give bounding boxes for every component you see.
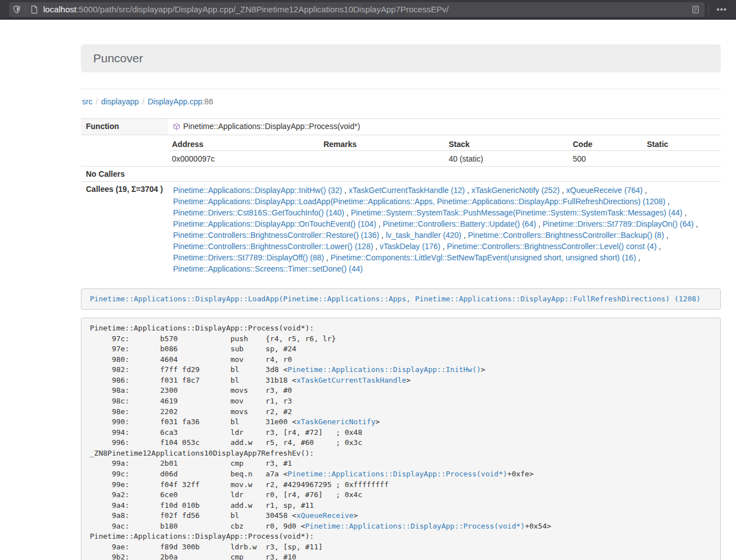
cube-icon <box>173 123 180 130</box>
function-table: Function Pinetime::Applications::Display… <box>81 118 721 277</box>
code-value: 500 <box>570 150 644 166</box>
col-code: Code <box>570 138 644 151</box>
callee-link[interactable]: Pinetime::Drivers::St7789::DisplayOn() (… <box>543 219 694 228</box>
function-label: Function <box>81 119 168 135</box>
callee-link[interactable]: lv_task_handler (420) <box>386 231 461 240</box>
callee-link[interactable]: xTaskGetCurrentTaskHandle (12) <box>349 186 465 195</box>
browser-toolbar: localhost:5000/path/src/displayapp/Displ… <box>0 0 736 20</box>
callees-label: Callees (19, Σ=3704 ) <box>81 181 168 277</box>
col-remarks: Remarks <box>321 138 446 151</box>
col-static: Static <box>644 138 721 151</box>
callee-link[interactable]: Pinetime::Applications::DisplayApp::Init… <box>173 186 342 195</box>
callee-link[interactable]: vTaskDelay (176) <box>380 242 440 251</box>
url-text[interactable]: localhost:5000/path/src/displayapp/Displ… <box>43 4 691 14</box>
breadcrumb-link[interactable]: src <box>82 97 93 106</box>
symbol-link[interactable]: Pinetime::Applications::DisplayApp::Init… <box>287 365 481 374</box>
function-name: Pinetime::Applications::DisplayApp::Proc… <box>183 122 360 131</box>
url-bar[interactable]: localhost:5000/path/src/displayapp/Displ… <box>9 2 705 17</box>
reader-mode-icon[interactable] <box>691 5 700 14</box>
callee-link[interactable]: Pinetime::Controllers::BrightnessControl… <box>173 242 373 251</box>
disassembly: Pinetime::Applications::DisplayApp::Proc… <box>81 318 721 560</box>
stack-value: 40 (static) <box>446 150 570 166</box>
breadcrumb: src / displayapp / DisplayApp.cpp:86 <box>81 96 721 107</box>
callee-link[interactable]: Pinetime::Drivers::St7789::DisplayOff() … <box>173 253 324 262</box>
callee-link[interactable]: Pinetime::Controllers::BrightnessControl… <box>468 231 664 240</box>
breadcrumb-line-number: :86 <box>202 97 213 106</box>
no-callers-row: No Callers <box>81 166 721 181</box>
divider <box>81 89 721 89</box>
function-row: Function Pinetime::Applications::Display… <box>81 119 721 135</box>
breadcrumb-separator: / <box>139 97 148 106</box>
app-header: Puncover <box>81 44 721 72</box>
static-value <box>644 150 721 166</box>
callee-link[interactable]: xQueueReceive (764) <box>566 186 643 195</box>
col-stack: Stack <box>446 138 570 151</box>
breadcrumb-separator: / <box>93 97 102 106</box>
address-value: 0x0000097c <box>169 150 321 166</box>
breadcrumb-link[interactable]: DisplayApp.cpp <box>148 97 202 106</box>
breadcrumb-link[interactable]: displayapp <box>101 97 139 106</box>
toolbar-divider <box>708 4 709 15</box>
remarks-value <box>321 150 446 166</box>
loadapp-link[interactable]: Pinetime::Applications::DisplayApp::Load… <box>90 295 701 303</box>
toolbar-divider <box>25 4 26 15</box>
callee-link[interactable]: Pinetime::Controllers::Battery::Update()… <box>383 219 536 228</box>
table-row: 0x0000097c 40 (static) 500 <box>169 150 721 166</box>
document-icon[interactable] <box>30 5 39 14</box>
url-host: localhost <box>43 4 76 14</box>
col-address: Address <box>169 138 321 151</box>
callee-link[interactable]: Pinetime::Applications::Screens::Timer::… <box>173 264 363 273</box>
shield-icon[interactable] <box>12 5 21 14</box>
callee-link[interactable]: Pinetime::Controllers::BrightnessControl… <box>173 231 379 240</box>
callee-link[interactable]: Pinetime::Applications::DisplayApp::OnTo… <box>173 219 376 228</box>
loadapp-box: Pinetime::Applications::DisplayApp::Load… <box>81 288 721 310</box>
callee-link[interactable]: Pinetime::Controllers::BrightnessControl… <box>447 242 656 251</box>
symbol-link[interactable]: xQueueReceive <box>296 511 354 520</box>
page-container: Puncover src / displayapp / DisplayApp.c… <box>81 20 721 560</box>
callees-list: Pinetime::Applications::DisplayApp::Init… <box>168 181 721 277</box>
symbol-link[interactable]: Pinetime::Applications::DisplayApp::Proc… <box>305 522 525 530</box>
no-callers-label: No Callers <box>81 166 721 181</box>
callee-link[interactable]: xTaskGenericNotify (252) <box>472 186 560 195</box>
callee-link[interactable]: Pinetime::System::SystemTask::PushMessag… <box>351 208 683 217</box>
symbol-link[interactable]: Pinetime::Applications::DisplayApp::Proc… <box>287 470 507 478</box>
url-path: :5000/path/src/displayapp/DisplayApp.cpp… <box>76 4 449 14</box>
details-row: Address Remarks Stack Code Static 0x0000… <box>81 135 721 166</box>
page-title: Puncover <box>93 52 708 65</box>
callee-link[interactable]: Pinetime::Drivers::Cst816S::GetTouchInfo… <box>173 208 344 217</box>
callee-link[interactable]: Pinetime::Applications::DisplayApp::Load… <box>173 197 665 206</box>
details-table: Address Remarks Stack Code Static 0x0000… <box>169 138 721 166</box>
callee-link[interactable]: Pinetime::Components::LittleVgl::SetNewT… <box>331 253 636 262</box>
overflow-menu-icon[interactable]: ••• <box>713 2 730 17</box>
callees-row: Callees (19, Σ=3704 ) Pinetime::Applicat… <box>81 181 721 277</box>
symbol-link[interactable]: xTaskGenericNotify <box>296 417 376 426</box>
symbol-link[interactable]: xTaskGetCurrentTaskHandle <box>296 376 406 384</box>
